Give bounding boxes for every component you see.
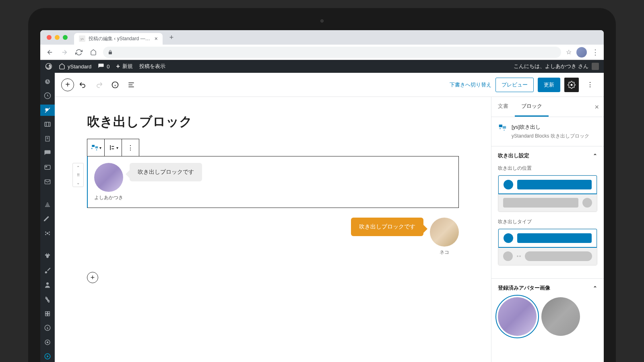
block-type-button[interactable]: ▾	[87, 139, 104, 156]
bookmark-icon[interactable]: ☆	[566, 48, 572, 56]
greeting-label[interactable]: こんにちは、よしあかつき さん	[514, 63, 588, 70]
home-button[interactable]	[89, 47, 98, 57]
drag-handle-icon[interactable]: ⠿	[73, 171, 83, 179]
comments-link[interactable]: 0	[98, 63, 109, 70]
new-content-label: 新規	[122, 63, 133, 70]
editor-canvas[interactable]: 吹き出しブロック ▾	[55, 97, 491, 362]
menu-plugins-icon[interactable]	[40, 251, 55, 262]
redo-button[interactable]	[92, 78, 106, 92]
svg-rect-15	[45, 314, 47, 316]
preview-button[interactable]: プレビュー	[495, 78, 534, 92]
option-bubble-icon	[525, 251, 592, 261]
balloon-avatar-name: よしあかつき	[94, 194, 123, 201]
browser-menu-icon[interactable]: ⋮	[592, 48, 599, 57]
position-option-right[interactable]	[498, 194, 597, 212]
svg-rect-2	[45, 122, 50, 127]
menu-mail-icon[interactable]	[40, 176, 55, 187]
svg-point-11	[49, 234, 50, 235]
menu-users-icon[interactable]	[40, 280, 55, 291]
maximize-window-button[interactable]	[63, 35, 68, 40]
svg-point-12	[46, 282, 49, 285]
tab-close-icon[interactable]: ×	[155, 35, 158, 42]
comments-count: 0	[107, 64, 109, 70]
position-option-left[interactable]	[498, 175, 597, 194]
panel-settings-header[interactable]: 吹き出し設定 ⌃	[491, 146, 604, 165]
type-option-think[interactable]	[498, 247, 597, 265]
menu-media-icon[interactable]	[40, 119, 55, 130]
balloon-bubble[interactable]: 吹き出しブロックです	[130, 163, 202, 181]
menu-settings-icon[interactable]	[40, 308, 55, 319]
close-window-button[interactable]	[47, 35, 52, 40]
svg-rect-5	[46, 167, 47, 167]
block-more-button[interactable]: ⋮	[122, 139, 139, 156]
wp-logo-icon[interactable]	[45, 63, 52, 70]
balloon-block[interactable]: ネコ 吹き出しブロックです	[87, 218, 459, 256]
menu-tools-icon[interactable]	[40, 294, 55, 305]
close-sidebar-button[interactable]: ×	[594, 103, 599, 111]
settings-toggle-button[interactable]	[564, 78, 579, 92]
lock-icon	[108, 50, 113, 55]
back-button[interactable]	[45, 47, 55, 57]
browser-tab-bar: ys 投稿の編集 ‹ yStandard — WordP… × +	[40, 30, 604, 45]
browser-toolbar: ☆ ⋮	[40, 45, 604, 60]
menu-posts-icon[interactable]	[40, 105, 55, 116]
new-tab-button[interactable]: +	[166, 32, 177, 43]
switch-to-draft-link[interactable]: 下書きへ切り替え	[450, 81, 491, 88]
menu-seo-icon[interactable]	[40, 337, 55, 348]
svg-point-9	[49, 232, 50, 233]
menu-pages-icon[interactable]	[40, 133, 55, 144]
avatar-option-person[interactable]	[498, 297, 537, 336]
option-avatar-icon	[504, 233, 513, 243]
balloon-avatar[interactable]	[430, 218, 459, 247]
undo-button[interactable]	[76, 78, 90, 92]
outline-button[interactable]	[124, 78, 138, 92]
new-content-link[interactable]: + 新規	[116, 63, 133, 70]
reload-button[interactable]	[74, 47, 84, 57]
block-info-desc: yStandard Blocks 吹き出しブロック	[512, 132, 589, 140]
minimize-window-button[interactable]	[55, 35, 60, 40]
menu-updates-icon[interactable]	[40, 90, 55, 102]
menu-collapse-icon[interactable]	[40, 351, 55, 362]
balloon-avatar[interactable]	[94, 163, 123, 192]
browser-tab[interactable]: ys 投稿の編集 ‹ yStandard — WordP… ×	[74, 33, 163, 45]
forward-button[interactable]	[60, 47, 69, 57]
menu-performance-icon[interactable]	[40, 322, 55, 333]
type-option-speech[interactable]	[498, 228, 597, 248]
more-menu-button[interactable]: ⋮	[583, 78, 597, 92]
menu-comments-icon[interactable]	[40, 148, 55, 159]
site-name-label: yStandard	[68, 64, 91, 70]
menu-customize-icon[interactable]	[40, 214, 55, 225]
block-toolbar: ▾ ▾ ⋮	[87, 139, 139, 156]
balloon-block-selected[interactable]: ⌃ ⠿ ⌄ よしあかつき 吹き出しブロックです	[87, 156, 459, 208]
avatar-option-cat[interactable]	[541, 297, 580, 336]
add-block-inline-button[interactable]: +	[87, 272, 98, 283]
view-post-link[interactable]: 投稿を表示	[139, 63, 165, 70]
svg-point-22	[571, 84, 573, 86]
menu-theme-icon[interactable]	[40, 228, 55, 239]
user-avatar[interactable]	[592, 63, 599, 70]
svg-point-10	[45, 234, 46, 235]
add-block-button[interactable]: +	[61, 78, 74, 91]
menu-appearance-icon[interactable]	[40, 199, 55, 210]
menu-forms-icon[interactable]	[40, 162, 55, 173]
balloon-bubble[interactable]: 吹き出しブロックです	[351, 218, 423, 236]
option-bubble-icon	[503, 198, 578, 208]
update-button[interactable]: 更新	[538, 78, 560, 92]
move-down-button[interactable]: ⌄	[73, 179, 83, 187]
address-bar[interactable]	[103, 47, 561, 58]
move-up-button[interactable]: ⌃	[73, 163, 83, 171]
menu-dashboard-icon[interactable]	[40, 76, 55, 87]
info-button[interactable]	[108, 78, 122, 92]
site-name-link[interactable]: yStandard	[59, 63, 91, 70]
menu-brush-icon[interactable]	[40, 265, 55, 276]
block-align-button[interactable]: ▾	[105, 139, 122, 156]
tab-block[interactable]: ブロック	[515, 97, 549, 117]
view-post-label: 投稿を表示	[139, 63, 165, 70]
browser-profile-avatar[interactable]	[576, 47, 587, 58]
svg-rect-13	[45, 311, 47, 313]
panel-avatars-header[interactable]: 登録済みアバター画像 ⌃	[491, 279, 604, 297]
option-avatar-icon	[582, 198, 592, 208]
wp-admin-menu	[40, 73, 55, 362]
tab-document[interactable]: 文書	[491, 97, 515, 117]
post-title[interactable]: 吹き出しブロック	[87, 113, 459, 131]
